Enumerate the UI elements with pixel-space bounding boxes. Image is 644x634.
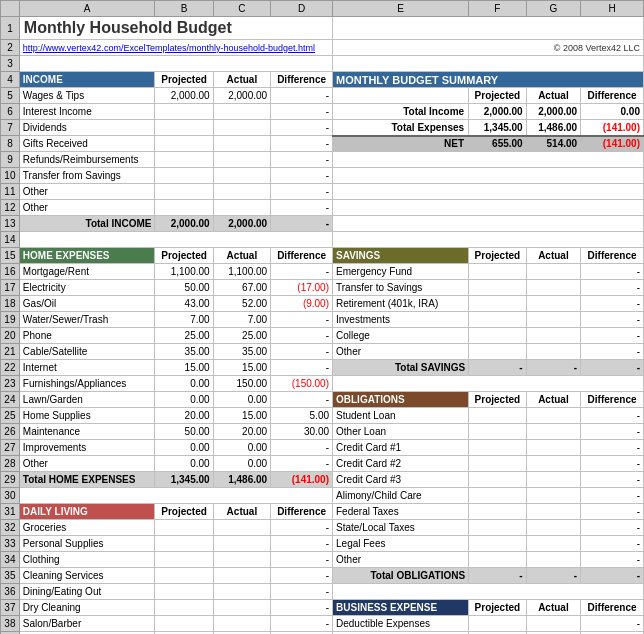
home-col-projected: Projected [155,248,213,264]
income-row-6-label: Other [19,184,155,200]
daily-row-2-diff: - [271,552,333,568]
income-row-3-diff: - [271,136,333,152]
home-row-3-actual: 7.00 [213,312,271,328]
daily-row-5-diff: - [271,600,333,616]
savings-header: SAVINGS [333,248,469,264]
savings-row-5-diff: - [581,344,644,360]
row-35: 35 [1,568,20,584]
home-row-2-label: Gas/Oil [19,296,155,312]
summary-col-actual: Actual [526,88,580,104]
savings-row-3-diff: - [581,312,644,328]
home-row-10-actual: 20.00 [213,424,271,440]
home-col-actual: Actual [213,248,271,264]
row3-left [19,56,332,72]
daily-row-5-projected [155,600,213,616]
row14-left [19,232,332,248]
spreadsheet: A B C D E F G H 1 Monthly Household Budg… [0,0,644,634]
obligations-row-3-label: Credit Card #2 [333,456,469,472]
obligations-row-5-label: Alimony/Child Care [333,488,469,504]
business-header: BUSINESS EXPENSE [333,600,469,616]
corner-cell [1,1,20,17]
home-row-10-projected: 50.00 [155,424,213,440]
daily-row-6-projected [155,616,213,632]
summary-net-label: NET [333,136,469,152]
obligations-row-1-label: Other Loan [333,424,469,440]
row-32: 32 [1,520,20,536]
savings-row-3-label: Investments [333,312,469,328]
home-row-8-projected: 0.00 [155,392,213,408]
row-8: 8 [1,136,20,152]
home-row-4-label: Phone [19,328,155,344]
daily-row-5-label: Dry Cleaning [19,600,155,616]
row-5: 5 [1,88,20,104]
obligations-row-4-diff: - [581,472,644,488]
row23-right [333,376,644,392]
daily-col-diff: Difference [271,504,333,520]
row-30: 30 [1,488,20,504]
home-col-diff: Difference [271,248,333,264]
obligations-row-2-label: Credit Card #1 [333,440,469,456]
savings-row-3-projected [469,312,527,328]
obligations-row-5-actual [526,488,580,504]
home-row-5-projected: 35.00 [155,344,213,360]
income-total-projected: 2,000.00 [155,216,213,232]
home-row-11-diff: - [271,440,333,456]
business-row-0-projected [469,616,527,632]
home-row-7-actual: 150.00 [213,376,271,392]
income-row-5-projected [155,168,213,184]
business-col-diff: Difference [581,600,644,616]
income-total-label: Total INCOME [19,216,155,232]
obligations-total-actual: - [526,568,580,584]
row-7: 7 [1,120,20,136]
row11-right [333,184,644,200]
obligations-row-7-actual [526,520,580,536]
income-row-1-actual [213,104,271,120]
obligations-row-8-projected [469,536,527,552]
business-row-0-diff: - [581,616,644,632]
daily-row-0-projected [155,520,213,536]
page-title: Monthly Household Budget [19,17,332,40]
home-row-7-projected: 0.00 [155,376,213,392]
daily-header: DAILY LIVING [19,504,155,520]
home-row-12-actual: 0.00 [213,456,271,472]
home-row-12-diff: - [271,456,333,472]
obligations-row-9-diff: - [581,552,644,568]
obligations-row-1-diff: - [581,424,644,440]
home-row-4-projected: 25.00 [155,328,213,344]
row-6: 6 [1,104,20,120]
income-row-7-projected [155,200,213,216]
obligations-total-projected: - [469,568,527,584]
template-link[interactable]: http://www.vertex42.com/ExcelTemplates/m… [19,40,332,56]
savings-row-3-actual [526,312,580,328]
daily-row-2-actual [213,552,271,568]
row-2: 2 [1,40,20,56]
daily-row-4-diff: - [271,584,333,600]
business-row-0-actual [526,616,580,632]
row13-right [333,216,644,232]
obligations-row-5-diff: - [581,488,644,504]
obligations-row-9-projected [469,552,527,568]
home-row-1-projected: 50.00 [155,280,213,296]
home-row-2-projected: 43.00 [155,296,213,312]
row-33: 33 [1,536,20,552]
daily-row-4-label: Dining/Eating Out [19,584,155,600]
home-row-10-diff: 30.00 [271,424,333,440]
income-col-actual: Actual [213,72,271,88]
savings-col-diff: Difference [581,248,644,264]
row12-right [333,200,644,216]
obligations-row-2-actual [526,440,580,456]
savings-row-4-label: College [333,328,469,344]
home-row-0-projected: 1,100.00 [155,264,213,280]
business-row-0-label: Deductible Expenses [333,616,469,632]
home-row-6-label: Internet [19,360,155,376]
home-row-2-diff: (9.00) [271,296,333,312]
income-row-5-label: Transfer from Savings [19,168,155,184]
row-10: 10 [1,168,20,184]
summary-expenses-actual: 1,486.00 [526,120,580,136]
obligations-row-2-diff: - [581,440,644,456]
row-20: 20 [1,328,20,344]
daily-row-5-actual [213,600,271,616]
obligations-row-1-projected [469,424,527,440]
home-row-6-diff: - [271,360,333,376]
savings-row-2-projected [469,296,527,312]
